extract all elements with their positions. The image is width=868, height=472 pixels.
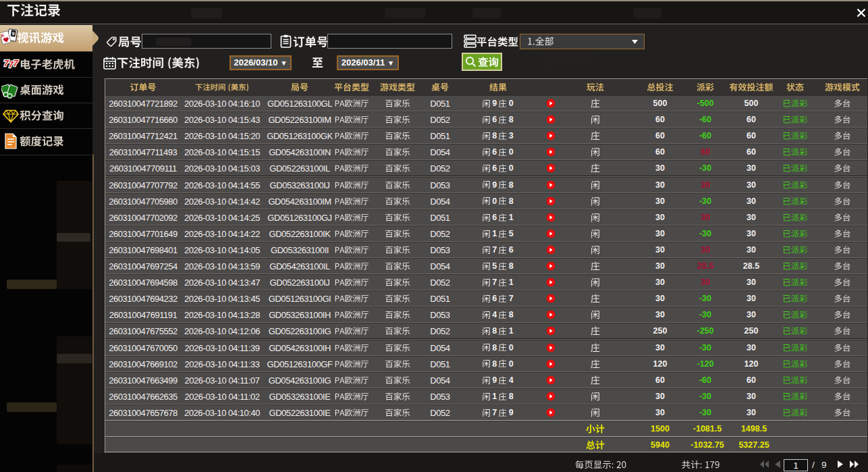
svg-text:7: 7 bbox=[13, 58, 18, 68]
